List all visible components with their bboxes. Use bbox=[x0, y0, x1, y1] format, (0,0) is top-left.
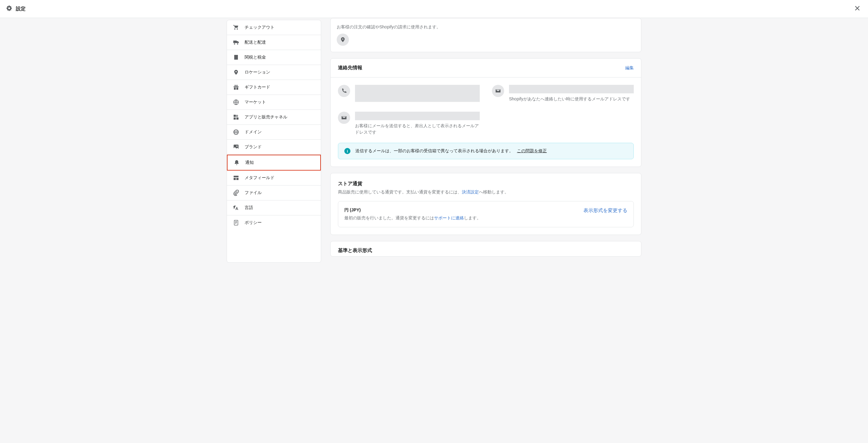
sidebar-item-label: ロケーション bbox=[245, 69, 270, 75]
sidebar-item-brand[interactable]: ブランド bbox=[227, 140, 321, 155]
contact-email-shopify: Shopifyがあなたへ連絡したい時に使用するメールアドレスです bbox=[492, 85, 634, 104]
sidebar-item-markets[interactable]: マーケット bbox=[227, 95, 321, 110]
sidebar-item-taxes[interactable]: 関税と税金 bbox=[227, 50, 321, 65]
brand-icon bbox=[233, 144, 239, 150]
email-warning-banner: i 送信するメールは、一部のお客様の受信箱で異なって表示される場合があります。 … bbox=[338, 143, 634, 159]
sidebar-item-label: メタフィールド bbox=[245, 175, 275, 181]
info-icon: i bbox=[344, 148, 350, 154]
edit-contact-link[interactable]: 編集 bbox=[625, 65, 634, 71]
sidebar-item-apps[interactable]: アプリと販売チャネル bbox=[227, 110, 321, 125]
sidebar-item-checkout[interactable]: チェックアウト bbox=[227, 20, 321, 35]
redacted-email-sender bbox=[355, 112, 480, 120]
currency-title: ストア通貨 bbox=[338, 181, 634, 187]
svg-rect-7 bbox=[234, 176, 239, 177]
svg-rect-3 bbox=[234, 117, 236, 120]
main-content: お客様の注文の確認やShopifyの請求に使用されます。 連絡先情報 編集 bbox=[330, 18, 641, 263]
payment-settings-link[interactable]: 決済設定 bbox=[462, 189, 479, 194]
sidebar-item-label: 配送と配達 bbox=[245, 40, 266, 45]
domain-icon bbox=[233, 129, 239, 135]
svg-rect-9 bbox=[236, 178, 239, 180]
currency-name: 円 (JPY) bbox=[344, 207, 481, 213]
email-shopify-desc: Shopifyがあなたへ連絡したい時に使用するメールアドレスです bbox=[509, 96, 634, 102]
sidebar-item-label: ギフトカード bbox=[245, 85, 270, 90]
receipt-icon bbox=[233, 54, 239, 60]
currency-box: 円 (JPY) 最初の販売を行いました。通貨を変更するにはサポートに連絡します。… bbox=[338, 201, 634, 227]
contact-card-header: 連絡先情報 編集 bbox=[331, 59, 641, 78]
header-left: 設定 bbox=[6, 5, 26, 12]
phone-icon bbox=[338, 85, 350, 97]
support-link[interactable]: サポートに連絡 bbox=[434, 215, 464, 220]
sidebar-item-domains[interactable]: ドメイン bbox=[227, 125, 321, 140]
sidebar-item-label: ファイル bbox=[245, 190, 262, 196]
svg-rect-1 bbox=[234, 115, 236, 117]
change-format-link[interactable]: 表示形式を変更する bbox=[584, 207, 627, 214]
location-pin-icon bbox=[337, 34, 349, 46]
standards-card: 基準と表示形式 bbox=[330, 241, 641, 257]
svg-rect-2 bbox=[236, 117, 239, 120]
sidebar-item-metafields[interactable]: メタフィールド bbox=[227, 171, 321, 185]
gear-icon bbox=[6, 5, 12, 12]
metafields-icon bbox=[233, 175, 239, 181]
sidebar-item-shipping[interactable]: 配送と配達 bbox=[227, 35, 321, 50]
sidebar-item-label: 通知 bbox=[245, 160, 254, 165]
globe-icon bbox=[233, 99, 239, 105]
address-card-partial: お客様の注文の確認やShopifyの請求に使用されます。 bbox=[330, 18, 641, 52]
svg-rect-10 bbox=[234, 220, 238, 225]
email-icon bbox=[492, 85, 504, 97]
close-button[interactable] bbox=[853, 4, 862, 14]
sidebar-item-locations[interactable]: ロケーション bbox=[227, 65, 321, 80]
bell-icon bbox=[234, 159, 240, 166]
contact-info-card: 連絡先情報 編集 bbox=[330, 58, 641, 167]
contact-title: 連絡先情報 bbox=[338, 65, 362, 71]
fix-issue-link[interactable]: この問題を修正 bbox=[517, 148, 547, 153]
truck-icon bbox=[233, 39, 239, 46]
cart-icon bbox=[233, 24, 239, 30]
email-sender-desc: お客様にメールを送信すると、差出人として表示されるメールアドレスです bbox=[355, 123, 480, 136]
sidebar-item-notifications[interactable]: 通知 bbox=[227, 155, 321, 171]
sidebar-item-languages[interactable]: 言語 bbox=[227, 201, 321, 215]
sidebar-item-label: アプリと販売チャネル bbox=[245, 114, 287, 120]
svg-rect-8 bbox=[234, 178, 236, 180]
sidebar-item-label: チェックアウト bbox=[245, 25, 275, 30]
sidebar-item-label: ブランド bbox=[245, 144, 262, 150]
sidebar-item-policies[interactable]: ポリシー bbox=[227, 215, 321, 230]
sidebar-item-label: 言語 bbox=[245, 205, 253, 210]
apps-icon bbox=[233, 114, 239, 120]
sidebar-item-label: ポリシー bbox=[245, 220, 262, 226]
sidebar-item-giftcards[interactable]: ギフトカード bbox=[227, 80, 321, 95]
standards-title: 基準と表示形式 bbox=[331, 241, 641, 256]
sidebar-item-label: 関税と税金 bbox=[245, 55, 266, 60]
contact-phone bbox=[338, 85, 480, 104]
currency-note: 最初の販売を行いました。通貨を変更するにはサポートに連絡します。 bbox=[344, 215, 481, 221]
page-title: 設定 bbox=[16, 6, 26, 12]
policy-icon bbox=[233, 220, 239, 226]
sidebar-item-label: ドメイン bbox=[245, 129, 262, 135]
svg-point-6 bbox=[236, 146, 238, 147]
location-icon bbox=[233, 69, 239, 76]
banner-content: 送信するメールは、一部のお客様の受信箱で異なって表示される場合があります。 この… bbox=[355, 148, 547, 154]
redacted-email-shopify bbox=[509, 85, 634, 93]
gift-icon bbox=[233, 84, 239, 90]
contact-email-sender: お客様にメールを送信すると、差出人として表示されるメールアドレスです bbox=[338, 112, 480, 136]
settings-header: 設定 bbox=[0, 0, 868, 18]
currency-desc: 商品販売に使用している通貨です。支払い通貨を変更するには、決済設定へ移動します。 bbox=[338, 189, 634, 195]
sidebar-item-label: マーケット bbox=[245, 99, 266, 105]
email-icon bbox=[338, 112, 350, 124]
attachment-icon bbox=[233, 190, 239, 196]
settings-sidebar: チェックアウト 配送と配達 関税と税金 ロケーション bbox=[227, 20, 321, 263]
sidebar-item-files[interactable]: ファイル bbox=[227, 185, 321, 201]
language-icon bbox=[233, 205, 239, 211]
banner-text: 送信するメールは、一部のお客様の受信箱で異なって表示される場合があります。 bbox=[355, 148, 513, 153]
partial-text: お客様の注文の確認やShopifyの請求に使用されます。 bbox=[337, 24, 635, 30]
redacted-phone bbox=[355, 85, 480, 102]
currency-card: ストア通貨 商品販売に使用している通貨です。支払い通貨を変更するには、決済設定へ… bbox=[330, 173, 641, 235]
